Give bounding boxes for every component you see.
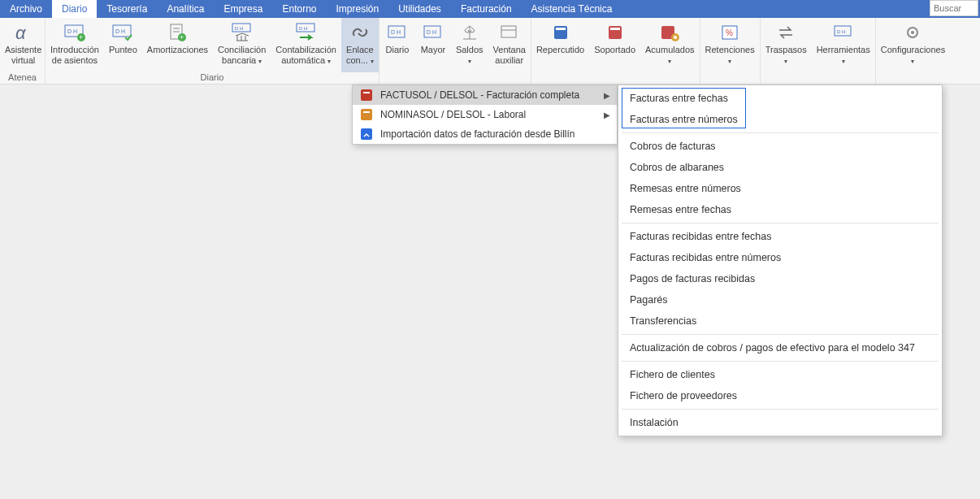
label: Herramientas bbox=[817, 45, 870, 54]
submenu-item[interactable]: Pagos de facturas recibidas bbox=[618, 268, 942, 289]
menu-item-nominasol[interactable]: NOMINASOL / DELSOL - Laboral ▶ bbox=[353, 105, 617, 124]
submenu-item[interactable]: Fichero de proveedores bbox=[618, 385, 942, 406]
svg-rect-37 bbox=[361, 109, 372, 120]
herramientas-button[interactable]: D H Herramientas▾ bbox=[812, 18, 875, 72]
chevron-right-icon: ▶ bbox=[604, 91, 610, 100]
tab-utilidades[interactable]: Utilidades bbox=[388, 0, 451, 18]
mayor-button[interactable]: D H Mayor bbox=[415, 18, 451, 72]
label: Mayor bbox=[421, 45, 446, 55]
diario-button[interactable]: D H Diario bbox=[379, 18, 415, 72]
document-plus-icon: + bbox=[164, 21, 190, 44]
entry-plus-icon: D H+ bbox=[62, 21, 88, 44]
label: Diario bbox=[386, 45, 410, 55]
group-label bbox=[531, 72, 700, 84]
tab-facturacion[interactable]: Facturación bbox=[451, 0, 522, 18]
chevron-right-icon: ▶ bbox=[604, 111, 610, 119]
menu-item-label: FACTUSOL / DELSOL - Facturación completa bbox=[380, 89, 579, 101]
tab-asistencia[interactable]: Asistencia Técnica bbox=[522, 0, 622, 18]
amortizaciones-button[interactable]: + Amortizaciones bbox=[142, 18, 213, 72]
submenu-item[interactable]: Facturas entre números bbox=[618, 109, 942, 130]
label: Saldos bbox=[456, 45, 483, 54]
arrows-swap-icon bbox=[773, 21, 799, 44]
app-blue-icon bbox=[359, 128, 374, 141]
menu-item-label: Importación datos de facturación desde B… bbox=[380, 128, 575, 140]
svg-rect-38 bbox=[363, 111, 370, 113]
bank-icon: D H bbox=[229, 21, 255, 44]
tools-entry-icon: D H bbox=[830, 21, 856, 44]
app-red-icon bbox=[359, 89, 374, 102]
entry-arrow-icon: D H bbox=[293, 21, 319, 44]
label: automática bbox=[281, 55, 325, 65]
saldos-button[interactable]: Saldos▾ bbox=[451, 18, 488, 72]
group-label: Atenea bbox=[0, 72, 45, 84]
group-label bbox=[876, 72, 951, 84]
tab-archivo[interactable]: Archivo bbox=[0, 0, 52, 18]
chevron-down-icon: ▾ bbox=[371, 58, 374, 65]
label: Contabilización bbox=[275, 45, 336, 54]
chevron-down-icon: ▾ bbox=[784, 58, 787, 65]
svg-rect-20 bbox=[501, 26, 516, 37]
menu-item-label: NOMINASOL / DELSOL - Laboral bbox=[380, 109, 526, 120]
submenu-item[interactable]: Remesas entre fechas bbox=[618, 199, 942, 220]
svg-rect-35 bbox=[361, 89, 372, 101]
tab-empresa[interactable]: Empresa bbox=[214, 0, 272, 18]
search-input[interactable]: Buscar bbox=[930, 0, 978, 16]
submenu-item[interactable]: Transferencias bbox=[618, 310, 942, 332]
submenu-item[interactable]: Remesas entre números bbox=[618, 178, 942, 199]
svg-text:D  H: D H bbox=[391, 29, 401, 35]
punteo-button[interactable]: D H Punteo bbox=[104, 18, 142, 72]
menu-separator bbox=[622, 334, 939, 335]
label: auxiliar bbox=[495, 55, 523, 65]
menu-separator bbox=[622, 132, 939, 133]
label: Repercutido bbox=[536, 45, 584, 55]
label: Acumulados bbox=[645, 45, 695, 54]
soportado-button[interactable]: Soportado bbox=[589, 18, 640, 72]
tab-analitica[interactable]: Analítica bbox=[157, 0, 214, 18]
label: con... bbox=[346, 55, 368, 65]
tab-diario[interactable]: Diario bbox=[52, 0, 97, 18]
entry-check-icon: D H bbox=[110, 21, 136, 44]
configuraciones-button[interactable]: Configuraciones▾ bbox=[876, 18, 951, 72]
svg-text:D  H: D H bbox=[115, 28, 125, 34]
svg-rect-36 bbox=[363, 92, 370, 93]
chevron-down-icon: ▾ bbox=[327, 58, 331, 65]
retenciones-button[interactable]: % Retenciones▾ bbox=[700, 18, 760, 72]
enlace-con-menu: FACTUSOL / DELSOL - Facturación completa… bbox=[352, 85, 618, 145]
submenu-item[interactable]: Cobros de facturas bbox=[618, 136, 942, 157]
menu-separator bbox=[622, 361, 939, 362]
conciliacion-bancaria-button[interactable]: D H Conciliaciónbancaria ▾ bbox=[213, 18, 271, 72]
tab-tesoreria[interactable]: Tesorería bbox=[97, 0, 157, 18]
acumulados-button[interactable]: Acumulados▾ bbox=[640, 18, 700, 72]
submenu-item[interactable]: Fichero de clientes bbox=[618, 364, 942, 385]
svg-text:%: % bbox=[726, 28, 733, 37]
svg-text:D  H: D H bbox=[67, 28, 77, 34]
book-gear-icon bbox=[657, 21, 683, 44]
menu-item-factusol[interactable]: FACTUSOL / DELSOL - Facturación completa… bbox=[353, 85, 617, 105]
svg-rect-23 bbox=[556, 28, 566, 30]
submenu-item[interactable]: Actualización de cobros / pagos de efect… bbox=[618, 337, 942, 358]
window-icon bbox=[497, 21, 523, 44]
tab-impresion[interactable]: Impresión bbox=[326, 0, 388, 18]
enlace-con-button[interactable]: Enlacecon... ▾ bbox=[341, 18, 379, 72]
submenu-item[interactable]: Facturas recibidas entre fechas bbox=[618, 226, 942, 247]
chevron-down-icon: ▾ bbox=[911, 58, 914, 65]
submenu-item[interactable]: Facturas recibidas entre números bbox=[618, 247, 942, 268]
submenu-item[interactable]: Instalación bbox=[618, 412, 942, 433]
submenu-item[interactable]: Facturas entre fechas bbox=[618, 88, 942, 109]
label: Conciliación bbox=[218, 45, 266, 54]
submenu-item[interactable]: Pagarés bbox=[618, 289, 942, 310]
label: de asientos bbox=[52, 55, 98, 65]
ventana-auxiliar-button[interactable]: Ventanaauxiliar bbox=[488, 18, 531, 72]
ribbon: α Asistentevirtual Atenea D H+ Introducc… bbox=[0, 18, 980, 85]
tab-entorno[interactable]: Entorno bbox=[272, 0, 326, 18]
submenu-item[interactable]: Cobros de albaranes bbox=[618, 157, 942, 178]
svg-text:D  H: D H bbox=[427, 29, 436, 35]
asistente-virtual-button[interactable]: α Asistentevirtual bbox=[0, 18, 46, 72]
ledger-icon: D H bbox=[420, 21, 446, 44]
repercutido-button[interactable]: Repercutido bbox=[531, 18, 589, 72]
label: Enlace bbox=[346, 45, 374, 54]
introduccion-asientos-button[interactable]: D H+ Introducciónde asientos bbox=[46, 18, 104, 72]
traspasos-button[interactable]: Traspasos▾ bbox=[761, 18, 812, 72]
contabilizacion-automatica-button[interactable]: D H Contabilizaciónautomática ▾ bbox=[271, 18, 341, 72]
menu-item-billin[interactable]: Importación datos de facturación desde B… bbox=[353, 124, 617, 144]
